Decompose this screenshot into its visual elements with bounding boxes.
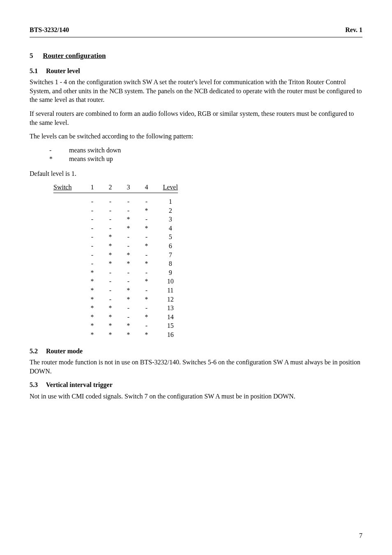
cell-level: 16: [155, 330, 178, 339]
subsection-5-1-heading: 5.1 Router level: [30, 67, 362, 76]
cell-empty: [53, 251, 83, 260]
section-number: 5: [30, 51, 41, 61]
section-title: Router configuration: [43, 52, 106, 60]
table-row: -***8: [53, 259, 178, 268]
legend-text: means switch up: [69, 154, 113, 164]
cell-switch: *: [83, 313, 101, 322]
cell-switch: -: [101, 295, 119, 304]
legend-symbol: *: [49, 154, 69, 164]
cell-switch: *: [137, 313, 155, 322]
cell-switch: -: [83, 215, 101, 224]
cell-empty: [53, 233, 83, 242]
cell-empty: [53, 330, 83, 339]
table-row: ****16: [53, 330, 178, 339]
switch-level-table: Switch 1 2 3 4 Level ----1---*2--*-3--**…: [53, 183, 178, 339]
table-row: *-**12: [53, 295, 178, 304]
cell-switch: *: [119, 321, 137, 330]
cell-switch: -: [83, 233, 101, 242]
cell-empty: [53, 197, 83, 206]
paragraph: Not in use with CMI coded signals. Switc…: [30, 392, 362, 401]
cell-switch: -: [83, 197, 101, 206]
cell-switch: *: [83, 277, 101, 286]
cell-empty: [53, 321, 83, 330]
col-switch: Switch: [53, 183, 83, 193]
cell-switch: -: [83, 259, 101, 268]
subsection-5-2-heading: 5.2 Router mode: [30, 347, 362, 356]
cell-switch: -: [137, 233, 155, 242]
cell-level: 11: [155, 286, 178, 295]
cell-switch: *: [101, 259, 119, 268]
subsection-number: 5.2: [30, 347, 44, 356]
cell-empty: [53, 304, 83, 313]
cell-level: 14: [155, 313, 178, 322]
cell-switch: *: [137, 277, 155, 286]
legend: - means switch down * means switch up: [49, 146, 362, 164]
cell-switch: -: [119, 233, 137, 242]
cell-switch: -: [101, 206, 119, 215]
cell-switch: -: [83, 206, 101, 215]
cell-switch: -: [137, 304, 155, 313]
table-row: --**4: [53, 224, 178, 233]
cell-empty: [53, 277, 83, 286]
table-row: *-*-11: [53, 286, 178, 295]
table-row: **--13: [53, 304, 178, 313]
cell-level: 8: [155, 259, 178, 268]
cell-switch: -: [119, 277, 137, 286]
legend-row: - means switch down: [49, 146, 362, 155]
cell-switch: *: [119, 224, 137, 233]
cell-switch: *: [83, 268, 101, 277]
header-right: Rev. 1: [345, 25, 362, 35]
page-number: 7: [359, 531, 362, 540]
cell-empty: [53, 268, 83, 277]
cell-switch: -: [119, 242, 137, 251]
col-3: 3: [119, 183, 137, 193]
header-left: BTS-3232/140: [30, 25, 69, 35]
cell-switch: -: [119, 206, 137, 215]
subsection-title: Router level: [46, 67, 80, 74]
cell-level: 12: [155, 295, 178, 304]
cell-switch: *: [119, 259, 137, 268]
section-5-heading: 5 Router configuration: [30, 51, 362, 61]
col-2: 2: [101, 183, 119, 193]
cell-level: 2: [155, 206, 178, 215]
cell-level: 9: [155, 268, 178, 277]
header-rule: [30, 37, 362, 37]
paragraph: The levels can be switched according to …: [30, 132, 362, 141]
cell-switch: -: [83, 224, 101, 233]
subsection-number: 5.3: [30, 380, 44, 389]
table-row: ***-15: [53, 321, 178, 330]
col-1: 1: [83, 183, 101, 193]
subsection-title: Vertical interval trigger: [46, 381, 113, 388]
cell-switch: *: [119, 215, 137, 224]
cell-level: 5: [155, 233, 178, 242]
cell-level: 6: [155, 242, 178, 251]
cell-level: 15: [155, 321, 178, 330]
cell-switch: -: [119, 268, 137, 277]
cell-empty: [53, 242, 83, 251]
cell-switch: -: [137, 321, 155, 330]
cell-switch: *: [101, 313, 119, 322]
paragraph: The router mode function is not in use o…: [30, 358, 362, 375]
cell-switch: -: [119, 197, 137, 206]
cell-switch: *: [119, 295, 137, 304]
cell-switch: *: [83, 295, 101, 304]
cell-switch: *: [101, 242, 119, 251]
cell-empty: [53, 259, 83, 268]
cell-switch: *: [137, 259, 155, 268]
cell-switch: *: [137, 295, 155, 304]
cell-empty: [53, 313, 83, 322]
cell-level: 3: [155, 215, 178, 224]
cell-switch: -: [101, 277, 119, 286]
table-row: -**-7: [53, 251, 178, 260]
cell-empty: [53, 295, 83, 304]
cell-level: 1: [155, 197, 178, 206]
table-row: ----1: [53, 197, 178, 206]
subsection-title: Router mode: [46, 348, 83, 355]
cell-switch: -: [137, 268, 155, 277]
cell-switch: -: [101, 197, 119, 206]
cell-switch: -: [137, 251, 155, 260]
col-4: 4: [137, 183, 155, 193]
cell-switch: *: [137, 224, 155, 233]
cell-switch: -: [101, 215, 119, 224]
cell-empty: [53, 224, 83, 233]
